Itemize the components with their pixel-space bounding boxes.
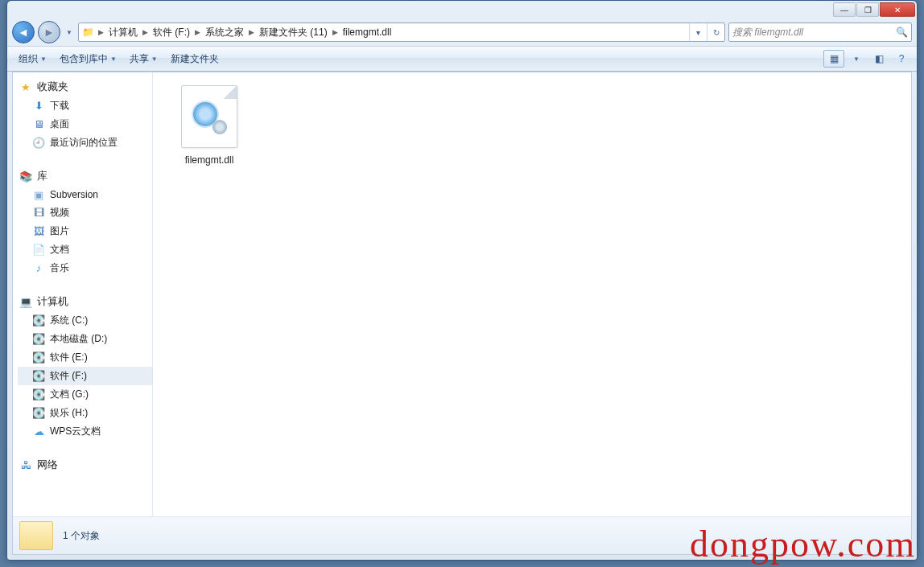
toolbar: 组织▼ 包含到库中▼ 共享▼ 新建文件夹 ▦ ▼ ◧ ? — [7, 46, 917, 72]
sidebar-item-desktop[interactable]: 🖥桌面 — [18, 115, 152, 134]
sidebar-item-documents[interactable]: 📄文档 — [18, 240, 152, 259]
close-icon: ✕ — [894, 6, 901, 14]
breadcrumb[interactable]: 软件 (F:) — [150, 26, 193, 39]
drive-icon: 💽 — [32, 314, 45, 327]
search-placeholder: 搜索 filemgmt.dll — [732, 26, 896, 39]
sidebar-item-drive-f[interactable]: 💽软件 (F:) — [18, 367, 152, 385]
gear-icon — [193, 101, 225, 133]
drive-icon: 💽 — [32, 351, 45, 364]
close-button[interactable]: ✕ — [880, 2, 915, 17]
sidebar-header-favorites[interactable]: ★收藏夹 — [18, 77, 152, 97]
nav-history-dropdown[interactable]: ▼ — [64, 24, 75, 40]
sidebar-item-drive-g[interactable]: 💽文档 (G:) — [18, 385, 152, 404]
sidebar-item-drive-e[interactable]: 💽软件 (E:) — [18, 348, 152, 367]
view-dropdown[interactable]: ▼ — [846, 50, 867, 68]
cloud-icon: ☁ — [32, 425, 45, 438]
forward-button[interactable]: ► — [38, 21, 60, 43]
minimize-button[interactable]: — — [833, 2, 856, 17]
drive-icon: 💽 — [32, 407, 45, 420]
library-icon: 📚 — [19, 170, 32, 183]
back-button[interactable]: ◄ — [12, 21, 35, 43]
drive-icon: 💽 — [32, 370, 45, 383]
breadcrumb[interactable]: 新建文件夹 (11) — [256, 26, 331, 39]
download-icon: ⬇ — [32, 100, 45, 113]
refresh-button[interactable]: ↻ — [707, 23, 724, 41]
sidebar-item-downloads[interactable]: ⬇下载 — [18, 97, 152, 115]
file-item[interactable]: filemgmt.dll — [171, 85, 248, 166]
chevron-down-icon: ▼ — [40, 55, 47, 63]
sidebar-item-drive-c[interactable]: 💽系统 (C:) — [18, 311, 152, 330]
sidebar-item-drive-h[interactable]: 💽娱乐 (H:) — [18, 404, 152, 422]
share-button[interactable]: 共享▼ — [123, 49, 164, 69]
maximize-icon: ❐ — [864, 6, 872, 14]
sidebar-group-favorites: ★收藏夹 ⬇下载 🖥桌面 🕘最近访问的位置 — [18, 77, 152, 152]
star-icon: ★ — [19, 80, 32, 93]
details-pane: 1 个对象 — [12, 516, 912, 555]
network-icon: 🖧 — [19, 458, 32, 471]
content-pane[interactable]: filemgmt.dll — [153, 72, 911, 516]
sidebar-item-wps-cloud[interactable]: ☁WPS云文档 — [18, 422, 152, 441]
search-icon: 🔍 — [896, 27, 908, 38]
svn-icon: ▣ — [32, 188, 45, 201]
sidebar-header-library[interactable]: 📚库 — [18, 166, 152, 186]
pictures-icon: 🖼 — [32, 225, 45, 238]
sidebar-item-recent[interactable]: 🕘最近访问的位置 — [18, 134, 152, 152]
drive-icon: 💽 — [32, 333, 45, 346]
include-in-library-button[interactable]: 包含到库中▼ — [53, 49, 123, 69]
organize-button[interactable]: 组织▼ — [12, 49, 53, 69]
breadcrumb[interactable]: 系统之家 — [202, 26, 247, 39]
maximize-button[interactable]: ❐ — [856, 2, 879, 17]
sidebar-group-computer: 💻计算机 💽系统 (C:) 💽本地磁盘 (D:) 💽软件 (E:) 💽软件 (F… — [18, 292, 152, 441]
chevron-down-icon: ▼ — [110, 55, 117, 63]
preview-pane-button[interactable]: ◧ — [868, 50, 889, 68]
documents-icon: 📄 — [32, 244, 45, 257]
sidebar-item-music[interactable]: ♪音乐 — [18, 259, 152, 277]
status-count: 1 个对象 — [63, 529, 100, 543]
sidebar-item-pictures[interactable]: 🖼图片 — [18, 222, 152, 240]
explorer-window: — ❐ ✕ ◄ ► ▼ 📁 ▶ 计算机 ▶ 软件 (F:) ▶ 系统之家 ▶ 新… — [6, 0, 918, 561]
search-input[interactable]: 搜索 filemgmt.dll 🔍 — [728, 23, 912, 42]
file-name: filemgmt.dll — [185, 154, 234, 166]
sidebar-group-library: 📚库 ▣Subversion 🎞视频 🖼图片 📄文档 ♪音乐 — [18, 166, 152, 277]
recent-icon: 🕘 — [32, 137, 45, 150]
new-folder-button[interactable]: 新建文件夹 — [164, 49, 225, 69]
desktop-icon: 🖥 — [32, 118, 45, 131]
help-button[interactable]: ? — [891, 50, 912, 68]
chevron-right-icon: ▶ — [141, 28, 150, 36]
drive-icon: 💽 — [32, 388, 45, 401]
sidebar-item-drive-d[interactable]: 💽本地磁盘 (D:) — [18, 330, 152, 348]
chevron-right-icon: ▶ — [193, 28, 202, 36]
address-bar[interactable]: 📁 ▶ 计算机 ▶ 软件 (F:) ▶ 系统之家 ▶ 新建文件夹 (11) ▶ … — [78, 23, 725, 42]
file-thumbnail — [181, 85, 237, 148]
body: ★收藏夹 ⬇下载 🖥桌面 🕘最近访问的位置 📚库 ▣Subversion 🎞视频… — [12, 72, 912, 516]
music-icon: ♪ — [32, 262, 45, 275]
chevron-right-icon: ▶ — [247, 28, 256, 36]
nav-row: ◄ ► ▼ 📁 ▶ 计算机 ▶ 软件 (F:) ▶ 系统之家 ▶ 新建文件夹 (… — [7, 18, 917, 46]
sidebar-header-computer[interactable]: 💻计算机 — [18, 292, 152, 311]
titlebar: — ❐ ✕ — [7, 1, 917, 18]
sidebar-item-video[interactable]: 🎞视频 — [18, 203, 152, 222]
folder-large-icon — [19, 521, 53, 550]
chevron-right-icon: ▶ — [331, 28, 340, 36]
chevron-right-icon: ▶ — [97, 28, 105, 36]
sidebar: ★收藏夹 ⬇下载 🖥桌面 🕘最近访问的位置 📚库 ▣Subversion 🎞视频… — [13, 72, 153, 516]
breadcrumb[interactable]: filemgmt.dll — [340, 27, 395, 38]
folder-icon: 📁 — [79, 27, 97, 38]
video-icon: 🎞 — [32, 207, 45, 220]
computer-icon: 💻 — [19, 295, 32, 308]
sidebar-group-network: 🖧网络 — [18, 455, 152, 475]
sidebar-header-network[interactable]: 🖧网络 — [18, 455, 152, 475]
sidebar-item-subversion[interactable]: ▣Subversion — [18, 186, 152, 203]
view-options-button[interactable]: ▦ — [823, 50, 844, 68]
address-dropdown[interactable]: ▾ — [689, 23, 707, 41]
minimize-icon: — — [840, 6, 848, 14]
chevron-down-icon: ▼ — [151, 55, 158, 63]
breadcrumb[interactable]: 计算机 — [105, 26, 141, 39]
chevron-down-icon: ▼ — [853, 55, 860, 63]
